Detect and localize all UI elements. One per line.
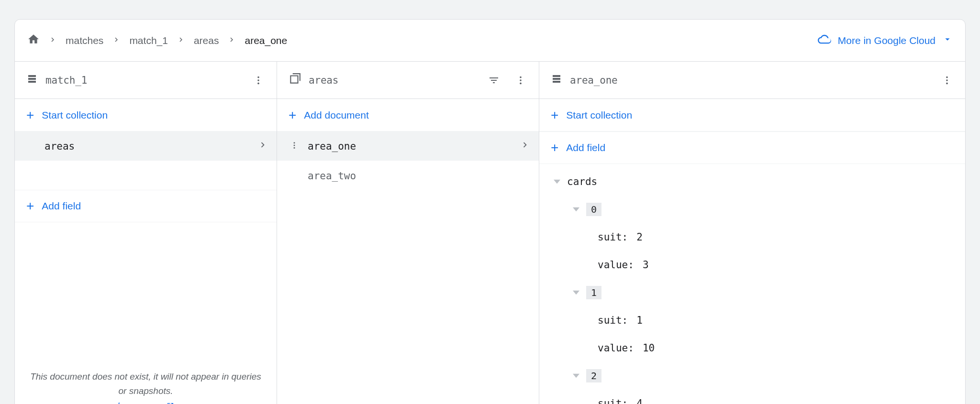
more-menu-button[interactable] [249, 71, 268, 90]
document-item-area-one[interactable]: area_one [277, 131, 539, 161]
start-collection-button[interactable]: + Start collection [15, 99, 277, 131]
svg-point-8 [294, 147, 295, 148]
svg-point-2 [257, 82, 259, 84]
field-key-label: suit [598, 231, 622, 243]
svg-point-3 [520, 76, 522, 78]
start-collection-label: Start collection [566, 109, 632, 121]
collection-item-areas[interactable]: areas [15, 131, 277, 161]
field-value: 10 [643, 342, 655, 354]
column-collection-areas: areas + Add document area_one [277, 62, 539, 404]
field-value: 4 [636, 398, 643, 404]
doc-not-exist-hint: This document does not exist, it will no… [15, 370, 277, 404]
start-collection-button[interactable]: + Start collection [539, 99, 965, 131]
breadcrumb: matches match_1 areas area_one [27, 33, 287, 48]
field-key: cards [567, 176, 597, 187]
array-item-1[interactable]: 1 [539, 279, 965, 306]
column-header: areas [277, 62, 539, 99]
collapse-icon[interactable] [572, 205, 580, 214]
field-value[interactable]: value: 3 [539, 251, 965, 279]
add-field-label: Add field [566, 142, 605, 153]
column-document-area-one: area_one + Start collection + Add field … [539, 62, 965, 404]
field-suit[interactable]: suit: 4 [539, 390, 965, 404]
home-icon[interactable] [27, 33, 40, 48]
chevron-right-icon [227, 35, 236, 46]
field-key-label: value [598, 259, 628, 271]
column-title: area_one [570, 75, 930, 86]
array-item-2[interactable]: 2 [539, 362, 965, 390]
column-title: match_1 [45, 75, 241, 86]
list-item-label: areas [45, 141, 75, 152]
chevron-right-icon [257, 140, 268, 153]
array-index: 0 [586, 203, 601, 216]
chevron-right-icon [112, 35, 121, 46]
collection-icon [289, 73, 301, 87]
field-key-label: suit [598, 315, 622, 326]
filter-button[interactable] [484, 71, 503, 90]
svg-point-0 [257, 76, 259, 78]
chevron-right-icon [177, 35, 185, 46]
learn-more-label: Learn more [117, 399, 164, 404]
more-link-label: More in Google Cloud [838, 35, 935, 46]
add-document-button[interactable]: + Add document [277, 99, 539, 131]
more-menu-button[interactable] [937, 71, 957, 90]
svg-point-11 [946, 82, 948, 84]
svg-point-7 [294, 144, 295, 146]
svg-point-1 [257, 79, 259, 81]
breadcrumb-match1[interactable]: match_1 [129, 35, 168, 46]
column-header: match_1 [15, 62, 277, 99]
cloud-icon [818, 33, 831, 48]
document-icon [551, 73, 562, 87]
collapse-icon[interactable] [572, 288, 580, 297]
add-field-label: Add field [42, 200, 81, 212]
more-menu-button[interactable] [511, 71, 530, 90]
array-item-0[interactable]: 0 [539, 196, 965, 223]
start-collection-label: Start collection [42, 109, 108, 121]
field-key-label: suit [598, 398, 622, 404]
field-key-label: value [598, 342, 628, 354]
column-header: area_one [539, 62, 965, 99]
field-value: 2 [636, 231, 643, 243]
drag-icon [289, 141, 300, 152]
collapse-icon[interactable] [572, 371, 580, 380]
breadcrumb-matches[interactable]: matches [66, 35, 103, 46]
svg-point-10 [946, 79, 948, 81]
add-document-label: Add document [304, 109, 368, 121]
add-field-button[interactable]: + Add field [15, 190, 277, 222]
more-google-cloud-link[interactable]: More in Google Cloud [818, 33, 953, 48]
add-field-button[interactable]: + Add field [539, 131, 965, 164]
firestore-data-panel: matches match_1 areas area_one More in G… [14, 19, 966, 404]
array-index: 2 [586, 369, 601, 382]
collapse-icon[interactable] [553, 177, 561, 186]
column-body [277, 191, 539, 404]
breadcrumb-areas[interactable]: areas [194, 35, 219, 46]
chevron-right-icon [48, 35, 57, 46]
field-cards[interactable]: cards [539, 168, 965, 196]
hint-text: This document does not exist, it will no… [30, 371, 261, 396]
columns: match_1 + Start collection areas + [15, 62, 965, 404]
column-body: + Add field This document does not exist… [15, 161, 277, 404]
breadcrumb-bar: matches match_1 areas area_one More in G… [15, 20, 965, 62]
svg-point-5 [520, 82, 522, 84]
document-item-area-two[interactable]: area_two [277, 161, 539, 191]
list-item-label: area_one [308, 141, 356, 152]
list-item-label: area_two [308, 170, 356, 182]
column-title: areas [309, 75, 477, 86]
svg-point-9 [946, 76, 948, 78]
svg-point-4 [520, 79, 522, 81]
field-suit[interactable]: suit: 1 [539, 306, 965, 334]
breadcrumb-current: area_one [245, 35, 287, 46]
field-value[interactable]: value: 10 [539, 334, 965, 362]
field-suit[interactable]: suit: 2 [539, 223, 965, 251]
chevron-right-icon [520, 140, 530, 153]
field-value: 1 [636, 315, 643, 326]
array-index: 1 [586, 286, 601, 299]
learn-more-link[interactable]: Learn more [117, 399, 174, 404]
field-tree: cards 0 suit: 2 value: 3 [539, 164, 965, 404]
document-icon [26, 73, 38, 87]
svg-point-6 [294, 142, 295, 143]
chevron-down-icon [942, 34, 953, 47]
field-tree-body[interactable]: cards 0 suit: 2 value: 3 [539, 164, 965, 404]
field-value: 3 [643, 259, 649, 271]
column-document-match1: match_1 + Start collection areas + [15, 62, 277, 404]
